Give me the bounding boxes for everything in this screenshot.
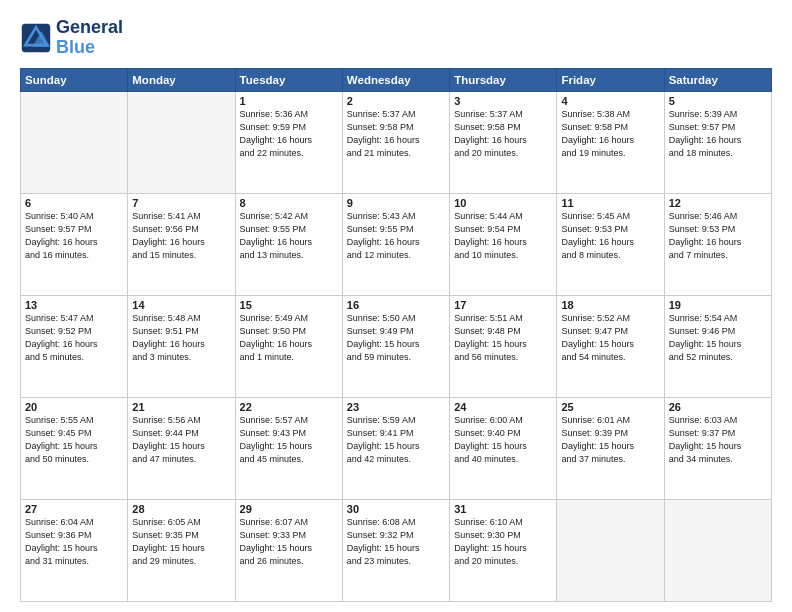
calendar-cell: 13Sunrise: 5:47 AM Sunset: 9:52 PM Dayli…	[21, 295, 128, 397]
day-info: Sunrise: 5:36 AM Sunset: 9:59 PM Dayligh…	[240, 108, 338, 160]
day-number: 26	[669, 401, 767, 413]
calendar-cell: 26Sunrise: 6:03 AM Sunset: 9:37 PM Dayli…	[664, 397, 771, 499]
day-number: 17	[454, 299, 552, 311]
logo-text: General Blue	[56, 18, 123, 58]
calendar-week-row: 1Sunrise: 5:36 AM Sunset: 9:59 PM Daylig…	[21, 91, 772, 193]
day-number: 20	[25, 401, 123, 413]
day-info: Sunrise: 6:01 AM Sunset: 9:39 PM Dayligh…	[561, 414, 659, 466]
calendar-cell	[557, 499, 664, 601]
calendar-cell: 10Sunrise: 5:44 AM Sunset: 9:54 PM Dayli…	[450, 193, 557, 295]
day-info: Sunrise: 5:52 AM Sunset: 9:47 PM Dayligh…	[561, 312, 659, 364]
calendar-week-row: 6Sunrise: 5:40 AM Sunset: 9:57 PM Daylig…	[21, 193, 772, 295]
calendar-header-row: SundayMondayTuesdayWednesdayThursdayFrid…	[21, 68, 772, 91]
day-info: Sunrise: 5:39 AM Sunset: 9:57 PM Dayligh…	[669, 108, 767, 160]
day-info: Sunrise: 5:37 AM Sunset: 9:58 PM Dayligh…	[454, 108, 552, 160]
day-number: 18	[561, 299, 659, 311]
day-number: 13	[25, 299, 123, 311]
calendar-cell	[128, 91, 235, 193]
day-number: 8	[240, 197, 338, 209]
day-info: Sunrise: 6:00 AM Sunset: 9:40 PM Dayligh…	[454, 414, 552, 466]
day-info: Sunrise: 6:08 AM Sunset: 9:32 PM Dayligh…	[347, 516, 445, 568]
day-info: Sunrise: 6:04 AM Sunset: 9:36 PM Dayligh…	[25, 516, 123, 568]
day-info: Sunrise: 5:50 AM Sunset: 9:49 PM Dayligh…	[347, 312, 445, 364]
day-info: Sunrise: 5:42 AM Sunset: 9:55 PM Dayligh…	[240, 210, 338, 262]
day-number: 30	[347, 503, 445, 515]
day-info: Sunrise: 5:51 AM Sunset: 9:48 PM Dayligh…	[454, 312, 552, 364]
header: General Blue	[20, 18, 772, 58]
day-info: Sunrise: 5:45 AM Sunset: 9:53 PM Dayligh…	[561, 210, 659, 262]
calendar-cell: 15Sunrise: 5:49 AM Sunset: 9:50 PM Dayli…	[235, 295, 342, 397]
weekday-header: Tuesday	[235, 68, 342, 91]
day-number: 19	[669, 299, 767, 311]
logo-icon	[20, 22, 52, 54]
day-number: 1	[240, 95, 338, 107]
day-info: Sunrise: 5:41 AM Sunset: 9:56 PM Dayligh…	[132, 210, 230, 262]
day-number: 2	[347, 95, 445, 107]
weekday-header: Saturday	[664, 68, 771, 91]
day-number: 12	[669, 197, 767, 209]
day-number: 29	[240, 503, 338, 515]
day-number: 25	[561, 401, 659, 413]
day-number: 4	[561, 95, 659, 107]
day-number: 11	[561, 197, 659, 209]
calendar-cell	[664, 499, 771, 601]
day-number: 5	[669, 95, 767, 107]
day-number: 21	[132, 401, 230, 413]
day-info: Sunrise: 5:54 AM Sunset: 9:46 PM Dayligh…	[669, 312, 767, 364]
day-info: Sunrise: 5:37 AM Sunset: 9:58 PM Dayligh…	[347, 108, 445, 160]
weekday-header: Monday	[128, 68, 235, 91]
calendar-cell: 21Sunrise: 5:56 AM Sunset: 9:44 PM Dayli…	[128, 397, 235, 499]
calendar-cell: 24Sunrise: 6:00 AM Sunset: 9:40 PM Dayli…	[450, 397, 557, 499]
day-info: Sunrise: 5:57 AM Sunset: 9:43 PM Dayligh…	[240, 414, 338, 466]
calendar-cell: 12Sunrise: 5:46 AM Sunset: 9:53 PM Dayli…	[664, 193, 771, 295]
calendar-week-row: 27Sunrise: 6:04 AM Sunset: 9:36 PM Dayli…	[21, 499, 772, 601]
calendar-cell: 11Sunrise: 5:45 AM Sunset: 9:53 PM Dayli…	[557, 193, 664, 295]
day-info: Sunrise: 5:43 AM Sunset: 9:55 PM Dayligh…	[347, 210, 445, 262]
day-number: 15	[240, 299, 338, 311]
calendar-cell: 8Sunrise: 5:42 AM Sunset: 9:55 PM Daylig…	[235, 193, 342, 295]
calendar-week-row: 13Sunrise: 5:47 AM Sunset: 9:52 PM Dayli…	[21, 295, 772, 397]
calendar-cell: 17Sunrise: 5:51 AM Sunset: 9:48 PM Dayli…	[450, 295, 557, 397]
day-number: 9	[347, 197, 445, 209]
weekday-header: Sunday	[21, 68, 128, 91]
calendar-cell: 4Sunrise: 5:38 AM Sunset: 9:58 PM Daylig…	[557, 91, 664, 193]
day-number: 31	[454, 503, 552, 515]
day-info: Sunrise: 5:49 AM Sunset: 9:50 PM Dayligh…	[240, 312, 338, 364]
calendar-cell: 28Sunrise: 6:05 AM Sunset: 9:35 PM Dayli…	[128, 499, 235, 601]
day-info: Sunrise: 5:55 AM Sunset: 9:45 PM Dayligh…	[25, 414, 123, 466]
calendar-cell: 27Sunrise: 6:04 AM Sunset: 9:36 PM Dayli…	[21, 499, 128, 601]
day-number: 6	[25, 197, 123, 209]
weekday-header: Friday	[557, 68, 664, 91]
calendar-cell: 9Sunrise: 5:43 AM Sunset: 9:55 PM Daylig…	[342, 193, 449, 295]
weekday-header: Wednesday	[342, 68, 449, 91]
calendar-week-row: 20Sunrise: 5:55 AM Sunset: 9:45 PM Dayli…	[21, 397, 772, 499]
calendar-cell: 20Sunrise: 5:55 AM Sunset: 9:45 PM Dayli…	[21, 397, 128, 499]
day-number: 24	[454, 401, 552, 413]
calendar-cell: 3Sunrise: 5:37 AM Sunset: 9:58 PM Daylig…	[450, 91, 557, 193]
calendar-cell: 18Sunrise: 5:52 AM Sunset: 9:47 PM Dayli…	[557, 295, 664, 397]
page: General Blue SundayMondayTuesdayWednesda…	[0, 0, 792, 612]
day-number: 23	[347, 401, 445, 413]
day-number: 28	[132, 503, 230, 515]
calendar-cell: 6Sunrise: 5:40 AM Sunset: 9:57 PM Daylig…	[21, 193, 128, 295]
weekday-header: Thursday	[450, 68, 557, 91]
day-info: Sunrise: 5:48 AM Sunset: 9:51 PM Dayligh…	[132, 312, 230, 364]
calendar-cell: 1Sunrise: 5:36 AM Sunset: 9:59 PM Daylig…	[235, 91, 342, 193]
calendar-cell: 16Sunrise: 5:50 AM Sunset: 9:49 PM Dayli…	[342, 295, 449, 397]
day-number: 14	[132, 299, 230, 311]
day-number: 16	[347, 299, 445, 311]
day-info: Sunrise: 6:07 AM Sunset: 9:33 PM Dayligh…	[240, 516, 338, 568]
day-info: Sunrise: 5:46 AM Sunset: 9:53 PM Dayligh…	[669, 210, 767, 262]
calendar-cell: 19Sunrise: 5:54 AM Sunset: 9:46 PM Dayli…	[664, 295, 771, 397]
calendar-cell: 7Sunrise: 5:41 AM Sunset: 9:56 PM Daylig…	[128, 193, 235, 295]
day-info: Sunrise: 5:38 AM Sunset: 9:58 PM Dayligh…	[561, 108, 659, 160]
calendar-cell: 23Sunrise: 5:59 AM Sunset: 9:41 PM Dayli…	[342, 397, 449, 499]
day-info: Sunrise: 5:47 AM Sunset: 9:52 PM Dayligh…	[25, 312, 123, 364]
calendar-cell: 22Sunrise: 5:57 AM Sunset: 9:43 PM Dayli…	[235, 397, 342, 499]
calendar-cell	[21, 91, 128, 193]
calendar-cell: 2Sunrise: 5:37 AM Sunset: 9:58 PM Daylig…	[342, 91, 449, 193]
day-number: 22	[240, 401, 338, 413]
calendar-cell: 5Sunrise: 5:39 AM Sunset: 9:57 PM Daylig…	[664, 91, 771, 193]
day-info: Sunrise: 6:03 AM Sunset: 9:37 PM Dayligh…	[669, 414, 767, 466]
day-number: 27	[25, 503, 123, 515]
